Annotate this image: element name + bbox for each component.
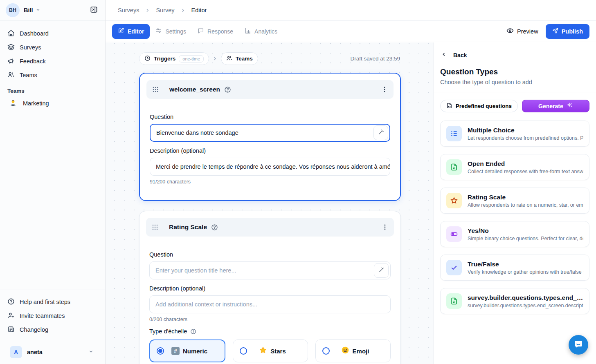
workspace-avatar: BH — [6, 3, 20, 17]
question-card-rating-scale[interactable]: Rating Scale Question Description (optio — [139, 211, 401, 364]
triggers-chip[interactable]: Triggers one-time — [139, 52, 209, 65]
check-icon — [446, 260, 462, 275]
sidebar-item-label: Feedback — [20, 58, 46, 65]
drag-handle-icon[interactable] — [152, 224, 158, 230]
question-type-description: Simple binary choice questions. Perfect … — [468, 236, 583, 241]
question-type-description: Let respondents choose from predefined o… — [468, 135, 583, 141]
description-label: Description (optional) — [149, 285, 391, 292]
account-menu[interactable]: A aneta — [8, 341, 97, 364]
tab-response[interactable]: Response — [192, 24, 239, 39]
description-input[interactable]: Merci de prendre le temps de répondre à … — [150, 158, 390, 176]
question-type-multiple-choice[interactable]: Multiple Choice Let respondents choose f… — [440, 121, 589, 147]
scale-option-numeric[interactable]: # Numeric — [149, 339, 225, 362]
scale-type-options: # Numeric Stars — [149, 339, 391, 362]
star-emoji — [259, 346, 267, 356]
account-name: aneta — [27, 349, 43, 355]
question-type-rating-scale[interactable]: Rating Scale Allow respondents to rate o… — [440, 188, 589, 214]
breadcrumb-surveys[interactable]: Surveys — [118, 7, 139, 13]
question-type-end-screen[interactable]: survey.builder.questions.types.end_scr..… — [440, 288, 589, 314]
panel-subtitle: Choose the type of question to add — [434, 76, 596, 92]
scale-option-emoji[interactable]: Emoji — [315, 339, 391, 362]
question-type-description: Verify knowledge or gather opinions with… — [468, 269, 583, 275]
question-title-input[interactable] — [150, 124, 390, 142]
sidebar-item-surveys[interactable]: Surveys — [4, 40, 101, 54]
triggers-label: Triggers — [154, 56, 175, 62]
question-label: Question — [149, 251, 391, 258]
chevron-right-icon — [180, 8, 186, 13]
sidebar-collapse-button[interactable] — [87, 4, 100, 17]
sidebar-item-help[interactable]: Help and first steps — [4, 295, 101, 309]
question-type-true-false[interactable]: True/False Verify knowledge or gather op… — [440, 255, 589, 281]
panel-collapse-icon — [90, 6, 98, 15]
kebab-menu-icon[interactable] — [382, 224, 388, 230]
users-icon — [226, 55, 232, 63]
predefined-questions-button[interactable]: Predefined questions — [440, 100, 518, 112]
sidebar: BH Bill Dashboard Surveys Feedb — [0, 0, 106, 364]
sidebar-item-label: Teams — [20, 72, 37, 78]
hash-keycap-icon: # — [171, 347, 180, 355]
chat-launcher-button[interactable] — [569, 335, 588, 355]
scale-option-stars[interactable]: Stars — [233, 339, 308, 362]
main-area: Surveys Survey Editor Editor Settings Re… — [106, 0, 596, 364]
description-input[interactable] — [149, 295, 391, 313]
sidebar-item-label: Surveys — [20, 44, 41, 51]
question-type-list: Multiple Choice Let respondents choose f… — [434, 114, 596, 314]
sidebar-item-changelog[interactable]: Changelog — [4, 323, 101, 337]
star-icon — [446, 193, 462, 208]
question-type-open-ended[interactable]: Open Ended Collect detailed responses wi… — [440, 154, 589, 180]
workspace-switcher[interactable]: BH Bill — [0, 0, 105, 21]
ai-wand-button[interactable] — [373, 125, 388, 140]
sidebar-item-invite[interactable]: Invite teammates — [4, 309, 101, 323]
sidebar-footer: Help and first steps Invite teammates Ch… — [0, 290, 105, 364]
account-avatar: A — [10, 346, 22, 358]
panel-title: Question Types — [434, 58, 596, 76]
workspace-name: Bill — [24, 7, 33, 13]
back-button[interactable]: Back — [434, 42, 596, 58]
sidebar-item-label: Dashboard — [20, 30, 49, 37]
chevron-down-icon — [36, 7, 40, 14]
ai-wand-button[interactable] — [374, 263, 389, 278]
description-label: Description (optional) — [150, 147, 390, 154]
sidebar-item-dashboard[interactable]: Dashboard — [4, 27, 101, 40]
question-card-welcome-screen[interactable]: welcome_screen Question Description (opt — [139, 73, 401, 201]
clock-icon — [144, 55, 151, 63]
help-circle-icon[interactable] — [211, 224, 218, 231]
generate-label: Generate — [538, 103, 563, 109]
radio-unselected — [240, 347, 247, 355]
info-circle-icon[interactable] — [190, 328, 196, 335]
tab-analytics[interactable]: Analytics — [239, 24, 283, 39]
send-icon — [552, 28, 558, 35]
toggle-icon — [446, 226, 462, 242]
sidebar-item-teams[interactable]: Teams — [4, 68, 101, 82]
draft-status: Draft saved at 23:59 — [350, 56, 400, 62]
predefined-questions-label: Predefined questions — [456, 103, 512, 109]
help-circle-icon — [7, 298, 15, 306]
chevron-left-icon — [441, 51, 447, 58]
question-type-description: Allow respondents to rate on a numeric, … — [468, 202, 583, 208]
tab-label: Response — [207, 28, 233, 35]
help-circle-icon[interactable] — [224, 86, 231, 93]
kebab-menu-icon[interactable] — [381, 86, 388, 93]
sidebar-item-feedback[interactable]: Feedback — [4, 54, 101, 68]
question-type-yes-no[interactable]: Yes/No Simple binary choice questions. P… — [440, 221, 589, 247]
tab-editor[interactable]: Editor — [112, 24, 150, 39]
smiley-emoji — [341, 346, 349, 356]
publish-button[interactable]: Publish — [546, 24, 589, 39]
teams-chip[interactable]: Teams — [221, 52, 258, 65]
question-type-title: Yes/No — [468, 227, 583, 234]
question-card-title: Rating Scale — [169, 223, 207, 231]
sidebar-nav: Dashboard Surveys Feedback Teams — [0, 21, 105, 82]
drag-handle-icon[interactable] — [152, 86, 159, 93]
breadcrumb-survey[interactable]: Survey — [156, 7, 174, 13]
tab-settings[interactable]: Settings — [150, 24, 192, 39]
generate-button[interactable]: Generate — [522, 100, 589, 112]
tab-label: Analytics — [254, 28, 277, 35]
trigger-frequency-badge: one-time — [179, 55, 204, 63]
question-type-description: Collect detailed responses with free-for… — [468, 169, 583, 174]
question-title-input[interactable] — [149, 261, 391, 279]
preview-button[interactable]: Preview — [506, 27, 538, 36]
eye-icon — [506, 27, 514, 36]
sidebar-item-marketing[interactable]: Marketing — [4, 96, 101, 110]
question-card-header: welcome_screen — [146, 80, 394, 99]
breadcrumb: Surveys Survey Editor — [106, 0, 596, 21]
